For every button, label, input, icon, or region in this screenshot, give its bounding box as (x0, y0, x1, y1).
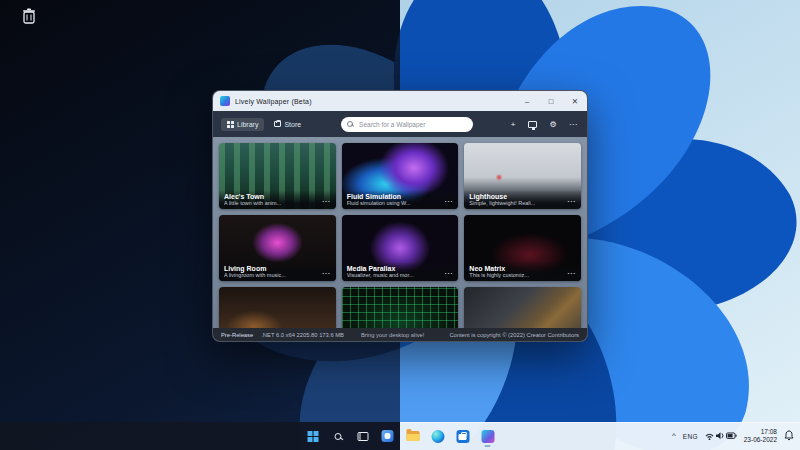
wallpaper-tile-fluid-simulation[interactable]: Fluid Simulation Fluid simulation using … (342, 143, 459, 209)
prerelease-badge: Pre-Release (221, 332, 253, 338)
microsoft-store-button[interactable] (454, 425, 472, 447)
tab-store[interactable]: Store (268, 118, 307, 131)
tile-subtitle: A livingroom with music... (224, 272, 286, 278)
tile-label-overlay: Media Parallax Visualizer, music and mor… (342, 262, 459, 281)
minimize-button[interactable]: – (515, 91, 539, 111)
nav-tabs: Library Store (221, 118, 307, 131)
search-icon (347, 121, 353, 127)
edge-icon (431, 430, 444, 443)
wallpaper-tile-living-room[interactable]: Living Room A livingroom with music... ⋯ (219, 215, 336, 281)
tray-time: 17:08 (761, 428, 777, 436)
desktop: Lively Wallpaper (Beta) – □ ✕ Library St… (0, 0, 800, 450)
windows-logo-icon (307, 431, 318, 442)
tile-subtitle: A little town with anim... (224, 200, 281, 206)
lively-app-button[interactable] (479, 425, 497, 447)
tile-menu-button[interactable]: ⋯ (443, 198, 453, 206)
tray-overflow-button[interactable]: ^ (672, 432, 676, 440)
window-title: Lively Wallpaper (Beta) (235, 98, 312, 105)
wallpaper-grid: Alec's Town A little town with anim... ⋯… (213, 137, 587, 341)
file-explorer-icon (406, 431, 419, 441)
version-info: .NET 6.0 x64 2205.80 173.6 MB (261, 332, 344, 338)
tile-label-overlay: Neo Matrix This is highly customiz... ⋯ (464, 262, 581, 281)
display-select-button[interactable] (527, 117, 539, 131)
tile-title: Fluid Simulation (347, 193, 411, 200)
language-indicator[interactable]: ENG (683, 433, 698, 440)
store-bag-icon (274, 121, 281, 127)
wallpaper-tile-lighthouse[interactable]: Lighthouse Simple, lightweight! Reali...… (464, 143, 581, 209)
lively-app-icon (481, 430, 494, 443)
copyright-text: Content is copyright © (2022) Creator Co… (449, 332, 579, 338)
widgets-button[interactable] (379, 425, 397, 447)
app-window: Lively Wallpaper (Beta) – □ ✕ Library St… (212, 90, 588, 342)
tile-title: Living Room (224, 265, 286, 272)
taskbar-search-button[interactable] (329, 425, 347, 447)
tile-menu-button[interactable]: ⋯ (566, 270, 576, 278)
notification-bell-icon (784, 430, 794, 441)
maximize-button[interactable]: □ (539, 91, 563, 111)
tile-label-overlay: Alec's Town A little town with anim... ⋯ (219, 190, 336, 209)
tile-title: Lighthouse (469, 193, 535, 200)
tile-menu-button[interactable]: ⋯ (321, 270, 331, 278)
tab-store-label: Store (284, 121, 301, 128)
tab-library[interactable]: Library (221, 118, 264, 131)
file-explorer-button[interactable] (404, 425, 422, 447)
tab-library-label: Library (237, 121, 258, 128)
tile-subtitle: Fluid simulation using W... (347, 200, 411, 206)
wallpaper-library: Alec's Town A little town with anim... ⋯… (213, 137, 587, 341)
search-icon (334, 433, 341, 440)
search-input[interactable] (357, 120, 465, 129)
footer-tagline: Bring your desktop alive! (361, 332, 424, 338)
tile-menu-button[interactable]: ⋯ (443, 270, 453, 278)
tile-menu-button[interactable]: ⋯ (321, 198, 331, 206)
start-button[interactable] (304, 425, 322, 447)
taskbar: ^ ENG 17:08 23-06-2022 (0, 422, 800, 450)
notifications-button[interactable] (784, 427, 794, 445)
window-titlebar: Lively Wallpaper (Beta) – □ ✕ (213, 91, 587, 111)
tile-subtitle: This is highly customiz... (469, 272, 529, 278)
network-volume-battery-button[interactable] (705, 427, 737, 445)
tile-label-overlay: Lighthouse Simple, lightweight! Reali...… (464, 190, 581, 209)
search-box[interactable] (341, 117, 473, 132)
edge-button[interactable] (429, 425, 447, 447)
library-grid-icon (227, 121, 234, 128)
tile-title: Neo Matrix (469, 265, 529, 272)
toolbar-actions: + ⚙ ⋯ (507, 117, 579, 131)
add-wallpaper-button[interactable]: + (507, 117, 519, 131)
tile-title: Media Parallax (347, 265, 414, 272)
tray-date: 23-06-2022 (744, 436, 777, 444)
tile-title: Alec's Town (224, 193, 281, 200)
widgets-icon (382, 430, 394, 442)
taskbar-icons (304, 422, 497, 450)
settings-button[interactable]: ⚙ (547, 117, 559, 131)
tile-menu-button[interactable]: ⋯ (566, 198, 576, 206)
window-status-bar: Pre-Release .NET 6.0 x64 2205.80 173.6 M… (213, 328, 587, 341)
monitor-icon (528, 121, 537, 128)
task-view-button[interactable] (354, 425, 372, 447)
open-app-indicator (485, 445, 491, 447)
tile-subtitle: Visualizer, music and mor... (347, 272, 414, 278)
wifi-volume-battery-icons (705, 430, 737, 441)
tile-label-overlay: Fluid Simulation Fluid simulation using … (342, 190, 459, 209)
tile-label-overlay: Living Room A livingroom with music... ⋯ (219, 262, 336, 281)
store-icon (456, 430, 469, 443)
close-button[interactable]: ✕ (563, 91, 587, 111)
wallpaper-tile-neo-matrix[interactable]: Neo Matrix This is highly customiz... ⋯ (464, 215, 581, 281)
tile-subtitle: Simple, lightweight! Reali... (469, 200, 535, 206)
app-icon (220, 96, 230, 106)
more-options-button[interactable]: ⋯ (567, 117, 579, 131)
taskbar-clock[interactable]: 17:08 23-06-2022 (744, 428, 777, 444)
recycle-bin-icon[interactable] (18, 5, 40, 27)
system-tray: ^ ENG 17:08 23-06-2022 (672, 422, 794, 450)
toolbar: Library Store + ⚙ ⋯ (213, 111, 587, 137)
wallpaper-tile-media-parallax[interactable]: Media Parallax Visualizer, music and mor… (342, 215, 459, 281)
task-view-icon (357, 432, 368, 441)
caption-buttons: – □ ✕ (515, 91, 587, 111)
wallpaper-tile-alecs-town[interactable]: Alec's Town A little town with anim... ⋯ (219, 143, 336, 209)
